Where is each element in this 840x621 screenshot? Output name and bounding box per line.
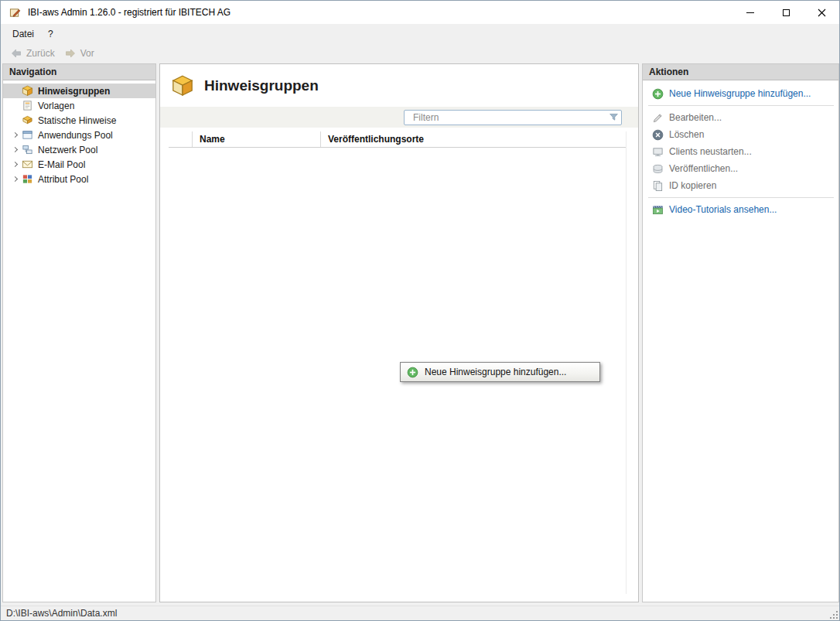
- app-icon: [9, 7, 21, 19]
- menu-help[interactable]: ?: [41, 24, 60, 44]
- actions-header: Aktionen: [643, 64, 838, 80]
- chevron-right-icon[interactable]: [12, 176, 17, 182]
- action-id-kopieren[interactable]: ID kopieren: [643, 177, 838, 194]
- filter-input[interactable]: [404, 110, 622, 125]
- action-label: Bearbeiten...: [669, 112, 722, 123]
- add-icon: [407, 367, 418, 378]
- sidebar-item-hinweisgruppen[interactable]: Hinweisgruppen: [3, 84, 155, 98]
- video-icon: [652, 204, 664, 216]
- action-label: Löschen: [669, 129, 704, 140]
- column-header-name[interactable]: Name: [192, 131, 320, 147]
- email-pool-icon: [22, 159, 33, 170]
- status-bar: D:\IBI-aws\Admin\Data.xml: [1, 606, 839, 620]
- edit-pencil-icon: [652, 112, 664, 124]
- maximize-button[interactable]: [768, 1, 804, 24]
- back-arrow-icon: [10, 47, 22, 60]
- maximize-icon: [783, 9, 790, 16]
- sidebar-item-label: E-Mail Pool: [38, 159, 85, 170]
- action-label: Veröffentlichen...: [669, 163, 738, 174]
- publish-icon: [652, 163, 664, 175]
- action-video-tutorials[interactable]: Video-Tutorials ansehen...: [643, 201, 838, 218]
- add-icon: [652, 88, 664, 100]
- back-button[interactable]: Zurück: [5, 46, 60, 61]
- action-bearbeiten[interactable]: Bearbeiten...: [643, 109, 838, 126]
- action-veroeffentlichen[interactable]: Veröffentlichen...: [643, 160, 838, 177]
- action-add-hinweisgruppe[interactable]: Neue Hinweisgruppe hinzufügen...: [643, 85, 838, 102]
- action-label: Neue Hinweisgruppe hinzufügen...: [669, 88, 811, 99]
- close-icon: [818, 9, 826, 17]
- sidebar-item-label: Netzwerk Pool: [38, 145, 97, 155]
- netzwerk-pool-icon: [22, 144, 33, 155]
- actions-panel: Aktionen Neue Hinweisgruppe hinzufügen..…: [642, 63, 839, 602]
- chevron-right-icon[interactable]: [12, 162, 17, 167]
- table-header: Name Veröffentlichungsorte: [169, 131, 626, 148]
- minimize-button[interactable]: [732, 1, 768, 24]
- navigation-tree: Hinweisgruppen Vorlagen Statische Hinwei…: [3, 80, 155, 186]
- sidebar-item-label: Attribut Pool: [38, 174, 88, 185]
- separator: [648, 105, 834, 106]
- action-loeschen[interactable]: Löschen: [643, 126, 838, 143]
- clients-restart-icon: [652, 146, 664, 158]
- sidebar-item-email-pool[interactable]: E-Mail Pool: [3, 157, 155, 172]
- title-bar: IBI-aws Admin 1.26.0 - registriert für I…: [1, 1, 839, 24]
- filter-box: [404, 110, 622, 125]
- action-label: Video-Tutorials ansehen...: [669, 204, 777, 215]
- add-hinweisgruppe-button-label: Neue Hinweisgruppe hinzufügen...: [425, 367, 566, 377]
- vorlagen-icon: [22, 100, 33, 111]
- add-hinweisgruppe-button[interactable]: Neue Hinweisgruppe hinzufügen...: [400, 362, 600, 382]
- page-title: Hinweisgruppen: [204, 77, 319, 94]
- action-label: ID kopieren: [669, 180, 716, 191]
- toolbar: Zurück Vor: [1, 44, 839, 63]
- navigation-header: Navigation: [3, 64, 155, 80]
- sidebar-item-attribut-pool[interactable]: Attribut Pool: [3, 172, 155, 186]
- sidebar-item-anwendungs-pool[interactable]: Anwendungs Pool: [3, 128, 155, 142]
- delete-icon: [652, 129, 664, 141]
- attribut-pool-icon: [22, 173, 33, 185]
- copy-id-icon: [652, 180, 664, 192]
- sidebar-item-label: Vorlagen: [38, 101, 74, 111]
- main-panel: Hinweisgruppen Name Veröffentlichungsort…: [159, 63, 639, 602]
- separator: [648, 197, 834, 198]
- sidebar-item-vorlagen[interactable]: Vorlagen: [3, 98, 155, 113]
- action-label: Clients neustarten...: [669, 146, 752, 157]
- menu-datei[interactable]: Datei: [5, 24, 41, 44]
- filter-row: [160, 107, 638, 128]
- minimize-icon: [746, 12, 754, 13]
- filter-funnel-icon[interactable]: [609, 112, 619, 122]
- forward-arrow-icon: [64, 47, 77, 60]
- back-button-label: Zurück: [26, 48, 55, 59]
- column-header-icon: [169, 131, 192, 147]
- main-header: Hinweisgruppen: [160, 64, 638, 107]
- menu-bar: Datei ?: [1, 24, 839, 44]
- hinweisgruppen-icon: [171, 74, 194, 97]
- chevron-right-icon[interactable]: [12, 132, 17, 138]
- action-clients-neustarten[interactable]: Clients neustarten...: [643, 143, 838, 160]
- sidebar-item-statische-hinweise[interactable]: Statische Hinweise: [3, 113, 155, 128]
- close-button[interactable]: [804, 1, 839, 24]
- column-header-veroeffentlichungsorte[interactable]: Veröffentlichungsorte: [320, 131, 626, 147]
- sidebar-item-label: Hinweisgruppen: [38, 86, 110, 97]
- forward-button-label: Vor: [80, 48, 94, 59]
- resize-grip-icon[interactable]: [828, 609, 838, 619]
- window-controls: [732, 1, 839, 24]
- forward-button[interactable]: Vor: [60, 46, 99, 61]
- sidebar-item-label: Statische Hinweise: [38, 115, 116, 126]
- anwendungs-pool-icon: [22, 129, 33, 141]
- data-file-path: D:\IBI-aws\Admin\Data.xml: [6, 608, 117, 619]
- sidebar-item-netzwerk-pool[interactable]: Netzwerk Pool: [3, 142, 155, 157]
- statische-hinweise-icon: [22, 114, 33, 126]
- app-window: IBI-aws Admin 1.26.0 - registriert für I…: [0, 0, 840, 621]
- navigation-panel: Navigation Hinweisgruppen Vorlagen: [2, 63, 156, 602]
- window-title: IBI-aws Admin 1.26.0 - registriert für I…: [28, 7, 230, 18]
- chevron-right-icon[interactable]: [12, 147, 17, 152]
- hinweisgruppen-icon: [22, 85, 33, 97]
- sidebar-item-label: Anwendungs Pool: [38, 130, 113, 141]
- actions-list: Neue Hinweisgruppe hinzufügen... Bearbei…: [643, 80, 838, 218]
